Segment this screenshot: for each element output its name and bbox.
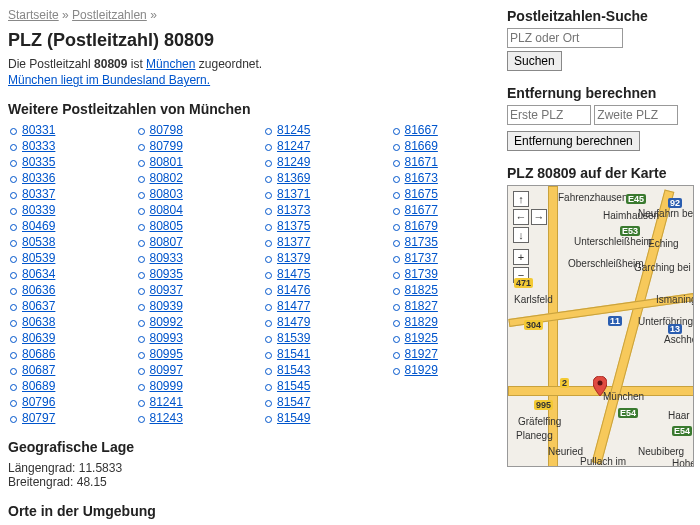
plz-link[interactable]: 81539	[277, 331, 310, 345]
pan-up-icon[interactable]: ↑	[513, 191, 529, 207]
pan-down-icon[interactable]: ↓	[513, 227, 529, 243]
plz-link[interactable]: 81671	[405, 155, 438, 169]
plz-link[interactable]: 80638	[22, 315, 55, 329]
plz-link[interactable]: 81479	[277, 315, 310, 329]
plz-link[interactable]: 80687	[22, 363, 55, 377]
plz-link[interactable]: 80634	[22, 267, 55, 281]
plz-link[interactable]: 81739	[405, 267, 438, 281]
plz-link[interactable]: 80538	[22, 235, 55, 249]
plz-link[interactable]: 80796	[22, 395, 55, 409]
plz-link[interactable]: 81929	[405, 363, 438, 377]
plz-link[interactable]: 80935	[150, 267, 183, 281]
plz-link[interactable]: 81249	[277, 155, 310, 169]
plz-link[interactable]: 81669	[405, 139, 438, 153]
zoom-in-icon[interactable]: +	[513, 249, 529, 265]
plz-link[interactable]: 80339	[22, 203, 55, 217]
plz-link[interactable]: 80689	[22, 379, 55, 393]
plz-link[interactable]: 81241	[150, 395, 183, 409]
plz-link[interactable]: 80807	[150, 235, 183, 249]
plz-link[interactable]: 80333	[22, 139, 55, 153]
plz-link[interactable]: 80799	[150, 139, 183, 153]
plz-link[interactable]: 81476	[277, 283, 310, 297]
value: 48.15	[77, 475, 107, 489]
map-city-label: Neuried	[548, 446, 583, 457]
plz-link[interactable]: 80336	[22, 171, 55, 185]
plz-item: 81369	[277, 171, 371, 185]
plz-link[interactable]: 81547	[277, 395, 310, 409]
plz-link[interactable]: 80933	[150, 251, 183, 265]
plz-link[interactable]: 81925	[405, 331, 438, 345]
plz-link[interactable]: 81247	[277, 139, 310, 153]
plz-link[interactable]: 81927	[405, 347, 438, 361]
plz-link[interactable]: 80639	[22, 331, 55, 345]
plz-link[interactable]: 80802	[150, 171, 183, 185]
plz-link[interactable]: 80335	[22, 155, 55, 169]
label: Längengrad:	[8, 461, 75, 475]
plz-link[interactable]: 81373	[277, 203, 310, 217]
plz-link[interactable]: 80995	[150, 347, 183, 361]
plz-link[interactable]: 81245	[277, 123, 310, 137]
plz-link[interactable]: 81543	[277, 363, 310, 377]
distance-button[interactable]: Entfernung berechnen	[507, 131, 640, 151]
city-link[interactable]: München	[146, 57, 195, 71]
breadcrumb-section[interactable]: Postleitzahlen	[72, 8, 147, 22]
plz-link[interactable]: 80804	[150, 203, 183, 217]
plz-link[interactable]: 80803	[150, 187, 183, 201]
plz-link[interactable]: 81475	[277, 267, 310, 281]
plz-item: 80637	[22, 299, 116, 313]
plz-link[interactable]: 81375	[277, 219, 310, 233]
plz-link[interactable]: 80992	[150, 315, 183, 329]
plz-link[interactable]: 80993	[150, 331, 183, 345]
plz-link[interactable]: 81667	[405, 123, 438, 137]
plz-link[interactable]: 80469	[22, 219, 55, 233]
plz-link[interactable]: 81377	[277, 235, 310, 249]
distance-from-input[interactable]	[507, 105, 591, 125]
plz-link[interactable]: 81829	[405, 315, 438, 329]
plz-link[interactable]: 80805	[150, 219, 183, 233]
plz-link[interactable]: 80999	[150, 379, 183, 393]
plz-link[interactable]: 81825	[405, 283, 438, 297]
plz-link[interactable]: 81679	[405, 219, 438, 233]
plz-link[interactable]: 80937	[150, 283, 183, 297]
pan-right-icon[interactable]: →	[531, 209, 547, 225]
plz-link[interactable]: 81735	[405, 235, 438, 249]
plz-link[interactable]: 81243	[150, 411, 183, 425]
plz-link[interactable]: 80939	[150, 299, 183, 313]
plz-link[interactable]: 81673	[405, 171, 438, 185]
search-input[interactable]	[507, 28, 623, 48]
search-button[interactable]: Suchen	[507, 51, 562, 71]
plz-link[interactable]: 80997	[150, 363, 183, 377]
plz-item: 80995	[150, 347, 244, 361]
plz-item: 80538	[22, 235, 116, 249]
plz-link[interactable]: 80636	[22, 283, 55, 297]
plz-link[interactable]: 81371	[277, 187, 310, 201]
plz-link[interactable]: 81477	[277, 299, 310, 313]
plz-link[interactable]: 81369	[277, 171, 310, 185]
plz-link[interactable]: 80539	[22, 251, 55, 265]
plz-link[interactable]: 80337	[22, 187, 55, 201]
map[interactable]: ↑ ←→ ↓ + − FahrenzhausenHaimhausenNeufah…	[507, 185, 694, 467]
plz-link[interactable]: 81827	[405, 299, 438, 313]
map-city-label: Karlsfeld	[514, 294, 553, 305]
plz-link[interactable]: 81549	[277, 411, 310, 425]
plz-item: 80999	[150, 379, 244, 393]
plz-link[interactable]: 80797	[22, 411, 55, 425]
plz-link[interactable]: 80798	[150, 123, 183, 137]
plz-link[interactable]: 81675	[405, 187, 438, 201]
plz-link[interactable]: 80331	[22, 123, 55, 137]
plz-link[interactable]: 81545	[277, 379, 310, 393]
map-city-label: Unterföhring	[638, 316, 693, 327]
plz-list: 8033180333803358033680337803398046980538…	[8, 123, 498, 425]
breadcrumb-home[interactable]: Startseite	[8, 8, 59, 22]
plz-link[interactable]: 80801	[150, 155, 183, 169]
plz-link[interactable]: 80686	[22, 347, 55, 361]
plz-link[interactable]: 80637	[22, 299, 55, 313]
plz-link[interactable]: 81541	[277, 347, 310, 361]
plz-link[interactable]: 81737	[405, 251, 438, 265]
plz-link[interactable]: 81677	[405, 203, 438, 217]
plz-item: 80469	[22, 219, 116, 233]
plz-link[interactable]: 81379	[277, 251, 310, 265]
pan-left-icon[interactable]: ←	[513, 209, 529, 225]
distance-to-input[interactable]	[594, 105, 678, 125]
state-link[interactable]: München liegt im Bundesland Bayern.	[8, 73, 210, 87]
